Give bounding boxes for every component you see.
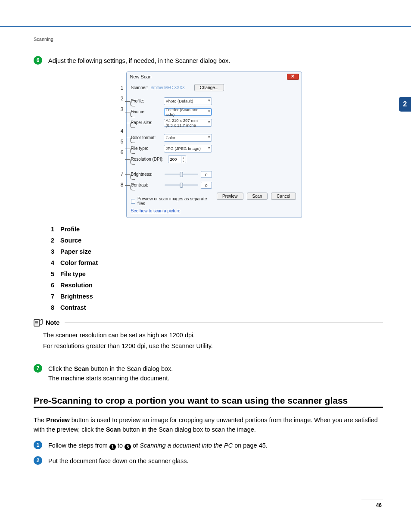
def-file: 5File type xyxy=(48,271,383,277)
scanner-name: Brother MFC-XXXX xyxy=(151,85,185,90)
paper-select[interactable]: A4 210 x 297 mm (8.3 x 11.7 inche xyxy=(164,119,212,127)
contrast-slider[interactable] xyxy=(165,184,198,186)
brightness-slider[interactable] xyxy=(165,174,198,175)
step-badge-1: 1 xyxy=(34,441,42,449)
source-label: Source: xyxy=(131,109,162,114)
step-badge-6: 6 xyxy=(34,56,42,65)
scan-button[interactable]: Scan xyxy=(247,193,268,200)
def-contrast: 8Contrast xyxy=(48,304,383,311)
def-paper: 3Paper size xyxy=(48,248,383,255)
slider-thumb-icon[interactable] xyxy=(180,183,183,188)
ref-badge-5: 5 xyxy=(125,444,131,450)
file-label: File type: xyxy=(131,146,162,151)
close-icon[interactable] xyxy=(287,74,299,80)
chapter-tab: 2 xyxy=(399,97,411,112)
callout-numbers: 1 2 3 4 5 6 7 8 xyxy=(115,72,126,190)
resolution-value: 200 xyxy=(170,157,177,162)
page-number: 46 xyxy=(376,502,382,508)
step-6-text: Adjust the following settings, if needed… xyxy=(48,56,230,65)
def-source: 2Source xyxy=(48,237,383,244)
step-7-text: Click the Scan button in the Scan dialog… xyxy=(48,364,173,383)
slider-thumb-icon[interactable] xyxy=(180,172,183,177)
preview-button[interactable]: Preview xyxy=(217,193,243,200)
cancel-button[interactable]: Cancel xyxy=(271,193,296,200)
note-icon xyxy=(34,319,43,327)
def-resolution: 6Resolution xyxy=(48,282,383,289)
top-blue-rule xyxy=(0,26,411,27)
note-rule xyxy=(65,323,383,323)
step-1-text: Follow the steps from 1 to 5 of Scanning… xyxy=(48,441,268,450)
h2-rule-thick xyxy=(34,407,383,408)
contrast-value[interactable]: 0 xyxy=(201,182,212,189)
callout-7: 7 xyxy=(115,168,124,179)
callout-8: 8 xyxy=(115,179,124,190)
note-title: Note xyxy=(46,319,59,326)
def-profile: 1Profile xyxy=(48,226,383,233)
separate-files-label: Preview or scan images as separate files xyxy=(137,196,212,206)
new-scan-dialog: New Scan Scanner: Brother MFC-XXXX Chang… xyxy=(126,72,302,218)
callout-5: 5 xyxy=(115,136,124,147)
brightness-label: Brightness: xyxy=(131,172,162,177)
step-6: 6 Adjust the following settings, if need… xyxy=(34,56,383,65)
callout-4: 4 xyxy=(115,125,124,136)
source-select[interactable]: Feeder (Scan one side) xyxy=(164,108,212,116)
step-7: 7 Click the Scan button in the Scan dial… xyxy=(34,364,383,383)
intro-paragraph: The Preview button is used to preview an… xyxy=(34,415,383,435)
brightness-value[interactable]: 0 xyxy=(201,171,212,178)
step-2: 2 Put the document face down on the scan… xyxy=(34,456,383,466)
help-link[interactable]: See how to scan a picture xyxy=(131,208,181,213)
resolution-input[interactable]: 200 ▴▾ xyxy=(168,156,186,163)
callout-3: 3 xyxy=(115,104,124,115)
dialog-figure: 1 2 3 4 5 6 7 8 New Scan xyxy=(34,72,383,218)
spinner-icon[interactable]: ▴▾ xyxy=(181,156,186,163)
separate-files-checkbox[interactable] xyxy=(131,199,136,204)
ref-badge-1: 1 xyxy=(109,444,116,450)
change-button[interactable]: Change... xyxy=(194,84,224,91)
step-badge-7: 7 xyxy=(34,364,42,373)
color-label: Color format: xyxy=(131,135,162,140)
note-line-2: For resolutions greater than 1200 dpi, u… xyxy=(43,341,383,352)
page-number-rule xyxy=(361,500,383,500)
heading-prescanning: Pre-Scanning to crop a portion you want … xyxy=(34,395,383,406)
step-2-text: Put the document face down on the scanne… xyxy=(48,456,189,466)
scanner-label: Scanner: xyxy=(131,85,148,90)
def-brightness: 7Brightness xyxy=(48,293,383,300)
preview-area: Preview Scan Cancel xyxy=(215,96,297,213)
paper-label: Paper size: xyxy=(131,120,162,125)
h2-rule-thin xyxy=(34,409,383,409)
callout-2: 2 xyxy=(115,93,124,104)
note-block: Note The scanner resolution can be set a… xyxy=(34,319,383,356)
contrast-label: Contrast: xyxy=(131,183,162,187)
step-badge-2: 2 xyxy=(34,456,42,465)
note-bottom-rule xyxy=(34,356,383,356)
definition-list: 1Profile 2Source 3Paper size 4Color form… xyxy=(48,226,383,311)
color-select[interactable]: Color xyxy=(164,134,212,142)
def-color: 4Color format xyxy=(48,259,383,266)
callout-6: 6 xyxy=(115,147,124,158)
step-1: 1 Follow the steps from 1 to 5 of Scanni… xyxy=(34,441,383,450)
note-line-1: The scanner resolution can be set as hig… xyxy=(43,330,383,341)
running-head: Scanning xyxy=(34,37,53,42)
callout-1: 1 xyxy=(115,82,124,93)
profile-select[interactable]: Photo (Default) xyxy=(164,97,212,105)
file-select[interactable]: JPG (JPEG Image) xyxy=(164,145,212,152)
dialog-title: New Scan xyxy=(130,74,152,79)
resolution-label: Resolution (DPI): xyxy=(131,157,166,162)
profile-label: Profile: xyxy=(131,99,162,103)
